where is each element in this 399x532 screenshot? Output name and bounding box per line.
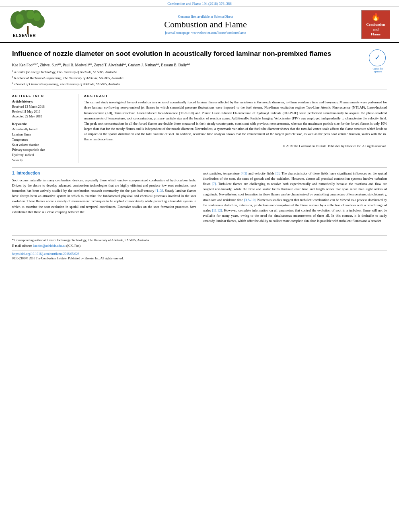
check-updates-label: Check forupdates bbox=[369, 67, 387, 73]
journal-logo-box: 🔥 Combustion and Flame bbox=[361, 10, 393, 39]
elsevier-logo-svg: ELSEVIER bbox=[6, 10, 50, 38]
keywords-section: Keywords: Acoustically forced Laminar fl… bbox=[12, 122, 74, 163]
keyword-5: Primary soot particle size bbox=[12, 148, 74, 153]
logo-line2: and bbox=[373, 27, 379, 32]
section-1-title: 1. Introduction bbox=[12, 171, 196, 175]
fire-icon: 🔥 bbox=[371, 12, 380, 22]
article-info-abstract: ARTICLE INFO Article history: Received 1… bbox=[12, 90, 387, 168]
intro-para-2: soot particles, temperature [4,5] and ve… bbox=[203, 171, 387, 224]
svg-rect-0 bbox=[27, 26, 29, 34]
keyword-6: Hydroxyl radical bbox=[12, 153, 74, 158]
affiliation-a: a a Centre for Energy Technology, The Un… bbox=[12, 69, 365, 75]
keyword-4: Soot volume fraction bbox=[12, 143, 74, 148]
article-title: Influence of nozzle diameter on soot evo… bbox=[12, 49, 365, 58]
two-col-body: 1. Introduction Soot occurs naturally in… bbox=[12, 171, 387, 226]
history-heading: Article history: bbox=[12, 100, 74, 103]
keyword-7: Velocity bbox=[12, 158, 74, 163]
article-footer: * Corresponding author at: Centre for En… bbox=[12, 235, 387, 260]
homepage-url[interactable]: www.elsevier.com/locate/combustflame bbox=[191, 31, 246, 35]
svg-point-8 bbox=[33, 12, 41, 21]
authors: Kae Ken Fooa,b,*, Zhiwei Suna,b, Paul R.… bbox=[12, 62, 365, 67]
sciencedirect-link[interactable]: ScienceDirect bbox=[214, 14, 233, 18]
homepage-label: journal homepage: bbox=[165, 31, 191, 35]
doi-line[interactable]: https://doi.org/10.1016/j.combustflame.2… bbox=[12, 252, 387, 256]
abstract-text: The current study investigated the soot … bbox=[84, 100, 387, 149]
journal-homepage: journal homepage: www.elsevier.com/locat… bbox=[54, 31, 357, 35]
received-date: Received 13 March 2018 bbox=[12, 105, 74, 109]
abstract-paragraph: The current study investigated the soot … bbox=[84, 100, 387, 142]
affiliation-c: c c School of Chemical Engineering, The … bbox=[12, 81, 365, 87]
keyword-2: Laminar flame bbox=[12, 132, 74, 138]
footer-divider bbox=[12, 250, 387, 251]
keyword-1: Acoustically forced bbox=[12, 127, 74, 132]
keyword-3: Temperature bbox=[12, 138, 74, 143]
copyright-line: © 2018 The Combustion Institute. Publish… bbox=[84, 144, 387, 149]
banner-text: Combustion and Flame 194 (2018) 376–386 bbox=[167, 2, 232, 6]
article-title-text: Influence of nozzle diameter on soot evo… bbox=[12, 49, 365, 86]
article-title-section: Influence of nozzle diameter on soot evo… bbox=[12, 43, 387, 90]
body-content: 1. Introduction Soot occurs naturally in… bbox=[12, 168, 387, 229]
svg-text:ELSEVIER: ELSEVIER bbox=[13, 33, 36, 38]
svg-point-7 bbox=[27, 10, 35, 19]
article-history: Article history: Received 13 March 2018 … bbox=[12, 100, 74, 119]
check-badge: ✓ bbox=[369, 49, 386, 66]
top-banner: Combustion and Flame 194 (2018) 376–386 bbox=[0, 0, 399, 7]
elsevier-logo: ELSEVIER bbox=[6, 10, 50, 39]
body-col-right: soot particles, temperature [4,5] and ve… bbox=[203, 171, 387, 226]
issn-line: 0010-2180/© 2018 The Combustion Institut… bbox=[12, 257, 387, 260]
body-col-left: 1. Introduction Soot occurs naturally in… bbox=[12, 171, 196, 226]
affiliations: a a Centre for Energy Technology, The Un… bbox=[12, 69, 365, 86]
corresponding-author-note: * Corresponding author at: Centre for En… bbox=[12, 238, 387, 243]
affiliation-b: b b School of Mechanical Engineering, Th… bbox=[12, 75, 365, 81]
journal-title: Combustion and Flame bbox=[54, 19, 357, 30]
abstract-heading: ABSTRACT bbox=[84, 94, 387, 98]
check-for-updates: ✓ Check forupdates bbox=[369, 49, 387, 73]
article-content: Influence of nozzle diameter on soot evo… bbox=[0, 43, 399, 260]
email-line: E-mail address: kae.foo@adelaide.edu.au … bbox=[12, 244, 387, 249]
journal-header: ELSEVIER Contents lists available at Sci… bbox=[0, 7, 399, 43]
accepted-date: Accepted 22 May 2018 bbox=[12, 114, 74, 119]
intro-para-1: Soot occurs naturally in many combustion… bbox=[12, 178, 196, 215]
revised-date: Revised 11 May 2018 bbox=[12, 109, 74, 114]
article-info-col: ARTICLE INFO Article history: Received 1… bbox=[12, 94, 78, 163]
journal-logo-inner: 🔥 Combustion and Flame bbox=[361, 10, 390, 39]
sciencedirect-text: Contents lists available at ScienceDirec… bbox=[54, 14, 357, 18]
logo-line3: Flame bbox=[371, 32, 380, 37]
svg-point-6 bbox=[16, 14, 24, 24]
abstract-col: ABSTRACT The current study investigated … bbox=[84, 94, 387, 163]
journal-center: Contents lists available at ScienceDirec… bbox=[50, 14, 361, 35]
keywords-heading: Keywords: bbox=[12, 122, 74, 126]
logo-line1: Combustion bbox=[366, 23, 385, 27]
article-info-heading: ARTICLE INFO bbox=[12, 94, 74, 98]
